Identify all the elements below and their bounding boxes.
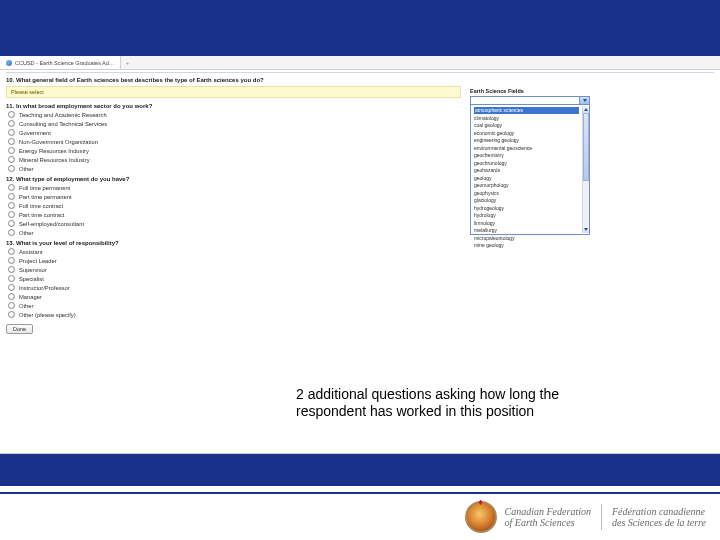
radio-icon[interactable]	[8, 302, 15, 309]
radio-option[interactable]: Supervisor	[8, 266, 714, 273]
field-combo[interactable]	[470, 96, 590, 105]
radio-option[interactable]: Other	[8, 302, 714, 309]
list-item[interactable]: geochemistry	[474, 152, 579, 159]
scroll-track[interactable]	[583, 113, 589, 226]
option-label: Other (please specify)	[19, 312, 76, 318]
field-combo-input[interactable]	[471, 97, 579, 104]
radio-icon[interactable]	[8, 184, 15, 191]
browser-tab-bar: CCUSD - Earth Science Graduates Ad… +	[0, 56, 720, 70]
radio-option[interactable]: Non-Government Organization	[8, 138, 714, 145]
listbox-scrollbar[interactable]	[582, 106, 589, 233]
option-label: Mineral Resources Industry	[19, 157, 90, 163]
q11-options: Teaching and Academic ResearchConsulting…	[8, 111, 714, 172]
list-item[interactable]: limnology	[474, 220, 579, 227]
globe-icon	[6, 60, 12, 66]
slide-root: CCUSD - Earth Science Graduates Ad… + 10…	[0, 0, 720, 540]
radio-option[interactable]: Part time contract	[8, 211, 714, 218]
radio-icon[interactable]	[8, 156, 15, 163]
q13-options: AssistantProject LeaderSupervisorSpecial…	[8, 248, 714, 318]
radio-option[interactable]: Part time permanent	[8, 193, 714, 200]
radio-option[interactable]: Instructor/Professor	[8, 284, 714, 291]
survey-body: 10. What general field of Earth sciences…	[0, 70, 720, 338]
list-item[interactable]: atmospheric sciences	[474, 107, 579, 114]
list-item[interactable]: glaciology	[474, 197, 579, 204]
radio-icon[interactable]	[8, 311, 15, 318]
radio-option[interactable]: Other (please specify)	[8, 311, 714, 318]
list-item[interactable]: environmental geoscience	[474, 145, 579, 152]
option-label: Full time contract	[19, 203, 63, 209]
survey-screenshot: CCUSD - Earth Science Graduates Ad… + 10…	[0, 56, 720, 454]
radio-option[interactable]: Self-employed/consultant	[8, 220, 714, 227]
radio-icon[interactable]	[8, 138, 15, 145]
scroll-up-button[interactable]	[583, 106, 589, 113]
radio-icon[interactable]	[8, 257, 15, 264]
radio-option[interactable]: Other	[8, 229, 714, 236]
option-label: Specialist	[19, 276, 44, 282]
list-item[interactable]: metallurgy	[474, 227, 579, 234]
footer-fr-1: Fédération canadienne	[612, 506, 706, 517]
done-button[interactable]: Done	[6, 324, 33, 334]
option-label: Non-Government Organization	[19, 139, 98, 145]
list-item[interactable]: geology	[474, 175, 579, 182]
radio-icon[interactable]	[8, 202, 15, 209]
option-label: Government	[19, 130, 51, 136]
list-item[interactable]: geochronology	[474, 160, 579, 167]
option-label: Part time permanent	[19, 194, 72, 200]
list-item[interactable]: coal geology	[474, 122, 579, 129]
footer-text-en: Canadian Federation of Earth Sciences	[505, 506, 591, 528]
list-item[interactable]: hydrology	[474, 212, 579, 219]
option-label: Instructor/Professor	[19, 285, 70, 291]
radio-icon[interactable]	[8, 193, 15, 200]
list-item[interactable]: economic geology	[474, 130, 579, 137]
radio-icon[interactable]	[8, 248, 15, 255]
radio-option[interactable]: Other	[8, 165, 714, 172]
browser-tab[interactable]: CCUSD - Earth Science Graduates Ad…	[0, 56, 121, 69]
radio-option[interactable]: Full time permanent	[8, 184, 714, 191]
scroll-down-button[interactable]	[583, 226, 589, 233]
list-item[interactable]: geomorphology	[474, 182, 579, 189]
radio-icon[interactable]	[8, 147, 15, 154]
list-item[interactable]: geophysics	[474, 190, 579, 197]
field-listbox[interactable]: atmospheric sciencesclimatologycoal geol…	[470, 105, 590, 235]
radio-icon[interactable]	[8, 211, 15, 218]
chevron-up-icon	[584, 108, 588, 111]
radio-option[interactable]: Manager	[8, 293, 714, 300]
list-item[interactable]: hydrogeology	[474, 205, 579, 212]
radio-option[interactable]: Specialist	[8, 275, 714, 282]
radio-option[interactable]: Consulting and Technical Services	[8, 120, 714, 127]
list-item[interactable]: engineering geology	[474, 137, 579, 144]
q12-title: 12. What type of employment do you have?	[6, 176, 714, 182]
radio-icon[interactable]	[8, 293, 15, 300]
radio-icon[interactable]	[8, 275, 15, 282]
radio-icon[interactable]	[8, 165, 15, 172]
maple-leaf-icon: ♦	[478, 497, 483, 507]
radio-option[interactable]: Teaching and Academic Research	[8, 111, 714, 118]
radio-option[interactable]: Full time contract	[8, 202, 714, 209]
radio-icon[interactable]	[8, 111, 15, 118]
option-label: Teaching and Academic Research	[19, 112, 107, 118]
radio-icon[interactable]	[8, 129, 15, 136]
list-item[interactable]: climatology	[474, 115, 579, 122]
radio-icon[interactable]	[8, 266, 15, 273]
footer-text-fr: Fédération canadienne des Sciences de la…	[612, 506, 706, 528]
tab-title: CCUSD - Earth Science Graduates Ad…	[15, 60, 114, 66]
new-tab-button[interactable]: +	[121, 60, 133, 66]
list-item[interactable]: micropaleontology	[474, 235, 579, 242]
radio-option[interactable]: Project Leader	[8, 257, 714, 264]
radio-icon[interactable]	[8, 229, 15, 236]
field-list-column: atmospheric sciencesclimatologycoal geol…	[471, 106, 582, 233]
radio-option[interactable]: Mineral Resources Industry	[8, 156, 714, 163]
radio-option[interactable]: Assistant	[8, 248, 714, 255]
radio-option[interactable]: Government	[8, 129, 714, 136]
list-item[interactable]: mine geology	[474, 242, 579, 249]
list-item[interactable]: geohazards	[474, 167, 579, 174]
option-label: Part time contract	[19, 212, 64, 218]
scroll-thumb[interactable]	[583, 113, 589, 181]
field-combo-button[interactable]	[579, 97, 589, 104]
radio-icon[interactable]	[8, 220, 15, 227]
radio-icon[interactable]	[8, 284, 15, 291]
q10-title: 10. What general field of Earth sciences…	[6, 77, 714, 83]
option-label: Energy Resources Industry	[19, 148, 89, 154]
radio-option[interactable]: Energy Resources Industry	[8, 147, 714, 154]
radio-icon[interactable]	[8, 120, 15, 127]
